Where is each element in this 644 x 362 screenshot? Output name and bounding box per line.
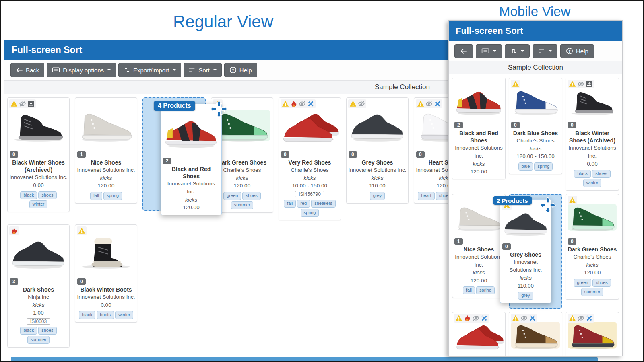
product-vendor: Innovanet Solutions Inc. bbox=[454, 253, 504, 269]
product-info: Grey ShoesInnovanet Solutions Inc.kicks1… bbox=[500, 246, 551, 303]
product-card[interactable] bbox=[509, 312, 562, 356]
product-type: kicks bbox=[77, 174, 135, 182]
product-info: Black Winter BootsInnovanet Solutions In… bbox=[75, 281, 137, 322]
product-card[interactable]: 2Black and Red ShoesInnovanet Solutions … bbox=[452, 78, 506, 179]
fire-icon bbox=[290, 100, 297, 107]
product-info: Black Winter Shoes (Archived)Innovanet S… bbox=[8, 154, 69, 212]
product-tags: blackshoeswinter bbox=[9, 191, 68, 209]
warning-icon bbox=[569, 80, 576, 88]
product-image: 0 bbox=[8, 98, 69, 154]
product-vendor: Innovanet Solutions Inc. bbox=[454, 144, 504, 160]
mobile-panel: Full-screen Sort ? Help Samp bbox=[448, 20, 623, 356]
product-card[interactable]: 0Grey ShoesInnovanet Solutions Inc.kicks… bbox=[500, 199, 551, 303]
status-icon-row bbox=[454, 314, 489, 323]
chevron-down-icon bbox=[213, 69, 217, 71]
product-image: 2 bbox=[452, 78, 505, 125]
position-badge: 2 bbox=[163, 158, 171, 164]
product-name: Nice Shoes bbox=[77, 159, 135, 166]
product-type: kicks bbox=[9, 301, 68, 309]
display-options-button[interactable]: Display options bbox=[47, 63, 116, 77]
product-info: Dark ShoesNinja Inckicks1.00ISI0003black… bbox=[8, 281, 69, 347]
product-card[interactable]: 0Very Red Shoes bbox=[452, 312, 506, 356]
help-label: Help bbox=[239, 67, 252, 74]
product-info: Nice ShoesInnovanet Solutions Inc.kicks1… bbox=[75, 154, 137, 203]
export-import-label: Export/import bbox=[133, 67, 169, 74]
archived-icon bbox=[586, 80, 593, 88]
product-tags: blackshoeswinter bbox=[568, 170, 617, 187]
product-card[interactable]: 0Black Winter Shoes (Archived)Innovanet … bbox=[566, 78, 619, 191]
dragged-card[interactable]: 0Grey ShoesInnovanet Solutions Inc.kicks… bbox=[500, 199, 551, 303]
product-tag: spring bbox=[534, 162, 553, 171]
back-button[interactable]: Back bbox=[10, 63, 44, 77]
product-tag: shoes bbox=[242, 192, 260, 200]
warning-icon bbox=[417, 100, 424, 107]
sort-button[interactable] bbox=[533, 44, 557, 58]
tools-icon bbox=[481, 315, 488, 322]
back-arrow-icon bbox=[16, 67, 23, 73]
product-name: Grey Shoes bbox=[502, 251, 549, 258]
hidden-icon bbox=[19, 100, 26, 107]
product-tag: fall bbox=[463, 286, 475, 294]
display-options-button[interactable] bbox=[476, 44, 502, 58]
drop-placeholder[interactable]: 2Black and Red ShoesInnovanet Solutions … bbox=[142, 97, 206, 211]
product-card[interactable]: 0Black Winter BootsInnovanet Solutions I… bbox=[75, 224, 137, 323]
fire-icon bbox=[464, 315, 471, 322]
export-import-button[interactable] bbox=[505, 44, 530, 58]
product-tag: grey bbox=[518, 292, 533, 300]
product-tag: black bbox=[79, 311, 96, 319]
export-import-button[interactable]: Export/import bbox=[118, 63, 181, 77]
product-card[interactable]: 0Grey ShoesInnovanet Solutions Inc.kicks… bbox=[346, 97, 409, 204]
product-card[interactable]: 1Nice ShoesInnovanet Solutions Inc.kicks… bbox=[452, 194, 506, 298]
product-info: Very Red ShoesCharlie's Shoeskicks10.00 … bbox=[279, 154, 341, 220]
back-button[interactable] bbox=[454, 44, 473, 58]
product-name: Dark Blue Shoes bbox=[511, 130, 560, 137]
up-down-arrows-icon bbox=[124, 67, 130, 73]
dragged-card[interactable]: 2Black and Red ShoesInnovanet Solutions … bbox=[161, 104, 222, 215]
product-tag: spring bbox=[476, 286, 495, 294]
sort-button[interactable]: Sort bbox=[184, 63, 222, 77]
status-icon-row bbox=[416, 99, 442, 108]
position-badge: 0 bbox=[568, 122, 576, 128]
product-tag: spring bbox=[103, 192, 122, 200]
product-card[interactable]: 0Dark Green ShoesCharlie's Shoeskicks120… bbox=[566, 194, 619, 300]
product-card[interactable]: 0Dark Blue ShoesCharlie's Shoeskicks120.… bbox=[509, 78, 562, 174]
product-card[interactable]: 0Black Winter Shoes (Archived)Innovanet … bbox=[7, 97, 70, 212]
product-tag: grey bbox=[370, 192, 385, 200]
help-button[interactable]: ? Help bbox=[224, 63, 257, 77]
product-name: Black Winter Shoes (Archived) bbox=[9, 159, 68, 173]
screenshot-frame: Regular View Mobile View Full-screen Sor… bbox=[0, 0, 644, 362]
drop-placeholder[interactable]: 0Grey ShoesInnovanet Solutions Inc.kicks… bbox=[509, 194, 562, 309]
product-card[interactable]: 0Very Red ShoesCharlie's Shoeskicks10.00… bbox=[279, 97, 341, 220]
hidden-icon bbox=[472, 315, 479, 322]
chevron-down-icon bbox=[493, 50, 496, 52]
status-icon-row bbox=[568, 314, 594, 323]
hidden-icon bbox=[425, 100, 433, 107]
product-tags: blackshoessummer bbox=[9, 327, 68, 344]
tools-icon bbox=[586, 315, 593, 322]
position-badge: 0 bbox=[77, 278, 86, 285]
position-badge: 0 bbox=[349, 151, 357, 158]
product-vendor: Innovanet Solutions Inc. bbox=[348, 166, 407, 174]
product-name: Black Winter Boots bbox=[77, 286, 135, 293]
tools-icon bbox=[434, 100, 441, 107]
product-tag: black bbox=[574, 170, 591, 178]
product-vendor: Charlie's Shoes bbox=[511, 137, 560, 145]
no-more-products-banner: No more products to load bbox=[11, 357, 598, 362]
product-card[interactable] bbox=[566, 312, 619, 356]
product-card[interactable]: 2Black and Red ShoesInnovanet Solutions … bbox=[161, 104, 222, 215]
product-image: 0 bbox=[452, 312, 505, 356]
help-button[interactable]: ? Help bbox=[560, 44, 594, 58]
product-card[interactable]: 1Nice ShoesInnovanet Solutions Inc.kicks… bbox=[75, 97, 137, 204]
product-info: Black and Red ShoesInnovanet Solutions I… bbox=[452, 125, 505, 179]
move-icon[interactable] bbox=[539, 197, 556, 214]
product-name: Grey Shoes bbox=[348, 159, 407, 166]
display-icon bbox=[52, 67, 60, 73]
product-tags: fallspring bbox=[77, 192, 135, 200]
collection-bar: Sample Collection bbox=[449, 61, 622, 74]
product-image: 1 bbox=[75, 98, 137, 154]
product-tags: bluespring bbox=[511, 162, 560, 171]
move-icon[interactable] bbox=[210, 100, 228, 118]
product-image: 0 bbox=[566, 194, 619, 241]
status-icon-row bbox=[77, 226, 87, 235]
product-card[interactable]: 3Dark ShoesNinja Inckicks1.00ISI0003blac… bbox=[7, 224, 70, 348]
